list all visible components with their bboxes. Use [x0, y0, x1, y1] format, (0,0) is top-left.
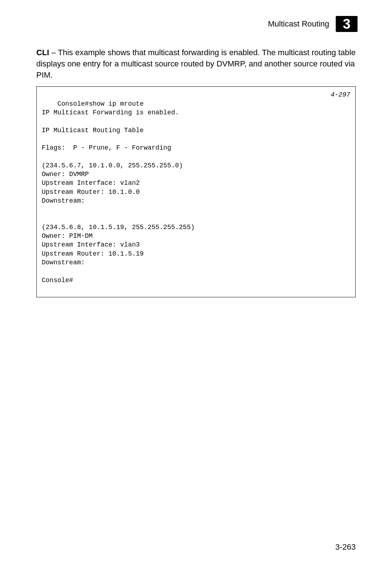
header-title: Multicast Routing — [268, 19, 329, 29]
page-number: 3-263 — [335, 542, 356, 552]
code-lines: Console#show ip mroute IP Multicast Forw… — [42, 100, 195, 284]
page-content: CLI – This example shows that multicast … — [36, 47, 356, 297]
paragraph-text: – This example shows that multicast forw… — [36, 48, 356, 80]
code-block: 4-297Console#show ip mroute IP Multicast… — [36, 86, 356, 297]
code-reference: 4-297 — [331, 90, 350, 99]
chapter-badge: 3 — [336, 16, 358, 32]
cli-paragraph: CLI – This example shows that multicast … — [36, 47, 356, 81]
chapter-number: 3 — [343, 16, 350, 32]
page-header: Multicast Routing 3 — [268, 16, 358, 32]
cli-label: CLI — [36, 48, 49, 57]
